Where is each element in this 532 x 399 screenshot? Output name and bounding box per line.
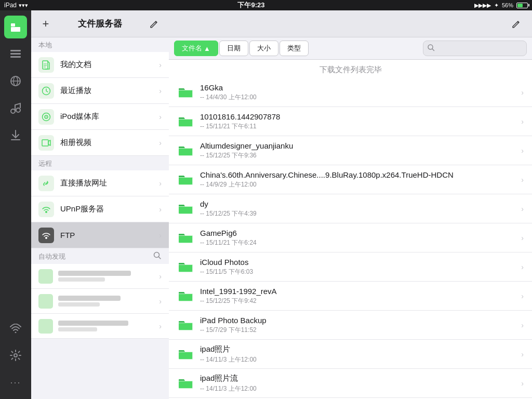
- dots-icon: ···: [10, 377, 21, 388]
- autodiscover-item-2[interactable]: ›: [31, 314, 169, 339]
- files-icon-btn[interactable]: [4, 16, 27, 38]
- sidebar-item-ftp[interactable]: FTP ›: [31, 222, 169, 248]
- file-info-2: Altiumdesigner_yuanjianku -- 15/12/25 下午…: [200, 141, 521, 160]
- folder-icon-9: [177, 346, 194, 363]
- autodiscover-icon-2: [38, 319, 53, 334]
- folder-icon-5: [177, 230, 194, 246]
- file-date-0: -- 14/4/30 上午12:00: [200, 93, 521, 102]
- recent-chevron: ›: [159, 87, 162, 95]
- ftp-chevron: ›: [159, 231, 162, 240]
- album-chevron: ›: [159, 139, 162, 147]
- sort-size-button[interactable]: 大小: [249, 41, 278, 56]
- file-chevron-5: ›: [521, 234, 524, 242]
- wifi-icon-btn[interactable]: [4, 317, 27, 340]
- settings-icon-btn[interactable]: [4, 344, 27, 367]
- file-info-9: ipad照片 -- 14/11/3 上午12:00: [200, 344, 521, 364]
- file-chevron-8: ›: [521, 321, 524, 329]
- file-item-6[interactable]: iCloud Photos -- 15/11/5 下午6:03 ›: [169, 252, 532, 282]
- file-chevron-9: ›: [521, 350, 524, 358]
- file-item-1[interactable]: 10101816.1442907878 -- 15/11/21 下午6:11 ›: [169, 107, 532, 136]
- file-chevron-1: ›: [521, 117, 524, 126]
- file-item-10[interactable]: ipad照片流 -- 14/11/3 上午12:00 ›: [169, 369, 532, 398]
- sidebar: + 文件服务器 本地: [31, 10, 169, 399]
- file-item-9[interactable]: ipad照片 -- 14/11/3 上午12:00 ›: [169, 340, 532, 369]
- file-info-8: iPad Photo Backup -- 15/7/29 下午11:52: [200, 316, 521, 335]
- autodiscover-chevron-1: ›: [159, 297, 162, 305]
- autodiscover-label-2: [58, 321, 128, 326]
- sidebar-item-directplay[interactable]: 直接播放网址 ›: [31, 170, 169, 196]
- file-name-9: ipad照片: [200, 344, 521, 354]
- file-item-0[interactable]: 16Gka -- 14/4/30 上午12:00 ›: [169, 78, 532, 107]
- file-name-2: Altiumdesigner_yuanjianku: [200, 141, 521, 150]
- file-info-5: GamePig6 -- 15/11/21 下午6:24: [200, 229, 521, 247]
- upnp-icon: [38, 202, 54, 217]
- svg-point-22: [45, 211, 47, 213]
- file-date-3: -- 14/9/29 上午12:00: [200, 180, 521, 189]
- sidebar-add-button[interactable]: +: [38, 17, 53, 31]
- folder-icon-8: [177, 317, 194, 334]
- search-box[interactable]: [423, 41, 527, 56]
- sort-arrow: ▲: [204, 45, 210, 52]
- file-chevron-3: ›: [521, 176, 524, 184]
- svg-rect-2: [10, 50, 21, 51]
- ipod-chevron: ›: [159, 113, 162, 121]
- directplay-label: 直接播放网址: [60, 178, 159, 188]
- file-item-2[interactable]: Altiumdesigner_yuanjianku -- 15/12/25 下午…: [169, 136, 532, 165]
- file-date-9: -- 14/11/3 上午12:00: [200, 355, 521, 364]
- sidebar-item-album[interactable]: 相册视频 ›: [31, 130, 169, 156]
- music-icon-btn[interactable]: [4, 97, 27, 119]
- content-edit-button[interactable]: [509, 17, 524, 31]
- folder-icon-6: [177, 259, 194, 275]
- more-icon-btn[interactable]: ···: [4, 371, 27, 394]
- folder-icon-0: [177, 84, 194, 101]
- sidebar-edit-button[interactable]: [147, 17, 162, 31]
- main-layout: ··· + 文件服务器 本地: [0, 10, 532, 399]
- file-info-0: 16Gka -- 14/4/30 上午12:00: [200, 83, 521, 102]
- svg-rect-0: [11, 23, 15, 26]
- status-bar: iPad ▾▾▾ 下午9:23 ▶▶▶▶ ✦ 56%: [0, 0, 532, 10]
- file-date-1: -- 15/11/21 下午6:11: [200, 122, 521, 131]
- svg-point-12: [14, 354, 17, 357]
- ipad-label: iPad: [4, 2, 17, 9]
- download-icon-btn[interactable]: [4, 124, 27, 147]
- directplay-chevron: ›: [159, 179, 162, 188]
- sort-type-button[interactable]: 类型: [280, 41, 309, 56]
- sidebar-item-recent[interactable]: 最近播放 ›: [31, 78, 169, 104]
- sort-filename-button[interactable]: 文件名 ▲: [174, 41, 218, 56]
- file-chevron-6: ›: [521, 263, 524, 271]
- file-item-8[interactable]: iPad Photo Backup -- 15/7/29 下午11:52 ›: [169, 311, 532, 340]
- sidebar-item-ipod[interactable]: iPod媒体库 ›: [31, 104, 169, 130]
- autodiscover-search-button[interactable]: [153, 251, 162, 262]
- file-name-7: Intel_1991-1992_revA: [200, 287, 521, 296]
- bluetooth-icon: ✦: [494, 2, 499, 9]
- file-date-2: -- 15/12/25 下午9:36: [200, 151, 521, 160]
- autodiscover-item-1[interactable]: ›: [31, 289, 169, 314]
- sidebar-item-mydocs[interactable]: 我的文档 ›: [31, 52, 169, 78]
- file-name-3: China's.60th.Anniversary.Chinese....9.Bl…: [200, 170, 521, 179]
- svg-rect-3: [10, 53, 21, 55]
- autodiscover-icon-0: [38, 269, 53, 284]
- file-item-3[interactable]: China's.60th.Anniversary.Chinese....9.Bl…: [169, 165, 532, 194]
- wifi-status-icon: ▾▾▾: [19, 2, 28, 9]
- file-item-5[interactable]: GamePig6 -- 15/11/21 下午6:24 ›: [169, 223, 532, 252]
- sidebar-title: 文件服务器: [78, 18, 122, 30]
- file-item-4[interactable]: dy -- 15/12/25 下午4:39 ›: [169, 194, 532, 223]
- folder-icon-3: [177, 171, 194, 188]
- sort-date-button[interactable]: 日期: [219, 41, 248, 56]
- ftp-label: FTP: [60, 231, 159, 240]
- file-list: 16Gka -- 14/4/30 上午12:00 › 10101816.1442…: [169, 78, 532, 399]
- autodiscover-chevron-2: ›: [159, 322, 162, 330]
- album-icon: [38, 135, 54, 151]
- folder-icon-1: [177, 113, 194, 130]
- file-item-7[interactable]: Intel_1991-1992_revA -- 15/12/25 下午9:42 …: [169, 282, 532, 311]
- doc-icon: [38, 57, 54, 73]
- list-icon-btn[interactable]: [4, 43, 27, 65]
- battery-icon: [516, 3, 528, 8]
- download-complete-msg: 下载文件列表完毕: [169, 60, 532, 78]
- sidebar-item-upnp[interactable]: UPnP服务器 ›: [31, 196, 169, 222]
- autodiscover-label-0: [58, 271, 131, 276]
- globe-icon-btn[interactable]: [4, 70, 27, 92]
- file-date-6: -- 15/11/5 下午6:03: [200, 268, 521, 276]
- autodiscover-item-0[interactable]: ›: [31, 264, 169, 289]
- svg-point-9: [16, 108, 20, 112]
